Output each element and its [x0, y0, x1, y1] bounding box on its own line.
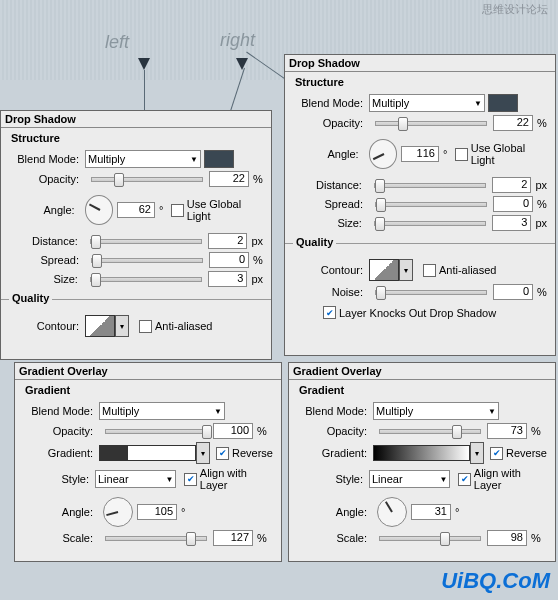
opacity-slider[interactable] [379, 429, 481, 434]
angle-input[interactable]: 31 [411, 504, 451, 520]
blend-value: Multiply [376, 405, 413, 417]
scale-slider[interactable] [379, 536, 481, 541]
gradient-dropdown[interactable]: ▾ [196, 442, 210, 464]
distance-slider[interactable] [374, 183, 486, 188]
gradient-preview[interactable] [373, 445, 470, 461]
scale-input[interactable]: 127 [213, 530, 253, 546]
blend-mode-select[interactable]: Multiply▼ [99, 402, 225, 420]
align-checkbox[interactable] [458, 473, 470, 486]
blend-value: Multiply [372, 97, 409, 109]
gradient-label: Gradient: [23, 447, 99, 459]
angle-input[interactable]: 62 [117, 202, 155, 218]
noise-slider[interactable] [375, 290, 487, 295]
watermark: UiBQ.CoM [441, 568, 550, 594]
global-light-checkbox[interactable] [455, 148, 467, 161]
reverse-checkbox[interactable] [490, 447, 503, 460]
opacity-input[interactable]: 22 [209, 171, 249, 187]
gradient-dropdown[interactable]: ▾ [470, 442, 484, 464]
opacity-input[interactable]: 100 [213, 423, 253, 439]
size-input[interactable]: 3 [492, 215, 531, 231]
aa-checkbox[interactable] [139, 320, 152, 333]
blend-mode-select[interactable]: Multiply▼ [373, 402, 499, 420]
spread-label: Spread: [293, 198, 369, 210]
chevron-down-icon: ▼ [440, 475, 448, 484]
knocks-label: Layer Knocks Out Drop Shadow [339, 307, 496, 319]
angle-knob[interactable] [369, 139, 397, 169]
style-label: Style: [297, 473, 369, 485]
blend-value: Multiply [88, 153, 125, 165]
section-gradient: Gradient [299, 384, 555, 396]
gradient-label: Gradient: [297, 447, 373, 459]
knocks-checkbox[interactable] [323, 306, 336, 319]
watermark-top: 思维设计论坛 [482, 2, 548, 17]
style-select[interactable]: Linear▼ [369, 470, 450, 488]
scale-slider[interactable] [105, 536, 207, 541]
contour-dropdown[interactable]: ▾ [115, 315, 129, 337]
contour-label: Contour: [9, 320, 85, 332]
angle-knob[interactable] [85, 195, 113, 225]
opacity-label: Opacity: [297, 425, 373, 437]
spread-slider[interactable] [91, 258, 203, 263]
shadow-color-swatch[interactable] [204, 150, 234, 168]
blend-label: Blend Mode: [293, 97, 369, 109]
spread-input[interactable]: 0 [209, 252, 249, 268]
opacity-label: Opacity: [23, 425, 99, 437]
contour-preview[interactable] [369, 259, 399, 281]
opacity-slider[interactable] [375, 121, 487, 126]
distance-slider[interactable] [90, 239, 202, 244]
blend-mode-select[interactable]: Multiply▼ [85, 150, 201, 168]
left-arrow-icon [138, 58, 150, 70]
scale-input[interactable]: 98 [487, 530, 527, 546]
go-panel-right: Gradient Overlay Gradient Blend Mode: Mu… [288, 362, 556, 562]
align-checkbox[interactable] [184, 473, 196, 486]
opacity-slider[interactable] [105, 429, 207, 434]
size-slider[interactable] [374, 221, 486, 226]
right-arrow-icon [236, 58, 248, 70]
distance-input[interactable]: 2 [208, 233, 247, 249]
angle-label: Angle: [293, 148, 365, 160]
opacity-slider[interactable] [91, 177, 203, 182]
chevron-down-icon: ▼ [474, 99, 482, 108]
aa-checkbox[interactable] [423, 264, 436, 277]
distance-input[interactable]: 2 [492, 177, 531, 193]
align-label: Align with Layer [200, 467, 273, 491]
chevron-down-icon: ▼ [214, 407, 222, 416]
angle-knob[interactable] [377, 497, 407, 527]
spread-slider[interactable] [375, 202, 487, 207]
angle-knob[interactable] [103, 497, 133, 527]
reverse-label: Reverse [232, 447, 273, 459]
angle-input[interactable]: 105 [137, 504, 177, 520]
global-light-label: Use Global Light [471, 142, 547, 166]
size-label: Size: [293, 217, 368, 229]
contour-dropdown[interactable]: ▾ [399, 259, 413, 281]
distance-label: Distance: [9, 235, 84, 247]
contour-preview[interactable] [85, 315, 115, 337]
chevron-down-icon: ▼ [190, 155, 198, 164]
section-gradient: Gradient [25, 384, 281, 396]
spread-input[interactable]: 0 [493, 196, 533, 212]
opacity-input[interactable]: 73 [487, 423, 527, 439]
size-slider[interactable] [90, 277, 202, 282]
section-structure: Structure [295, 76, 555, 88]
global-light-checkbox[interactable] [171, 204, 183, 217]
panel-header: Drop Shadow [285, 55, 555, 72]
chevron-down-icon: ▼ [166, 475, 174, 484]
blend-mode-select[interactable]: Multiply▼ [369, 94, 485, 112]
style-label: Style: [23, 473, 95, 485]
angle-input[interactable]: 116 [401, 146, 439, 162]
distance-label: Distance: [293, 179, 368, 191]
gradient-preview[interactable] [99, 445, 196, 461]
opacity-input[interactable]: 22 [493, 115, 533, 131]
size-input[interactable]: 3 [208, 271, 247, 287]
global-light-label: Use Global Light [187, 198, 263, 222]
noise-input[interactable]: 0 [493, 284, 533, 300]
section-quality: Quality [9, 292, 52, 304]
scale-label: Scale: [23, 532, 99, 544]
reverse-checkbox[interactable] [216, 447, 229, 460]
style-select[interactable]: Linear▼ [95, 470, 176, 488]
angle-label: Angle: [297, 506, 373, 518]
style-value: Linear [98, 473, 129, 485]
align-label: Align with Layer [474, 467, 547, 491]
blend-value: Multiply [102, 405, 139, 417]
shadow-color-swatch[interactable] [488, 94, 518, 112]
